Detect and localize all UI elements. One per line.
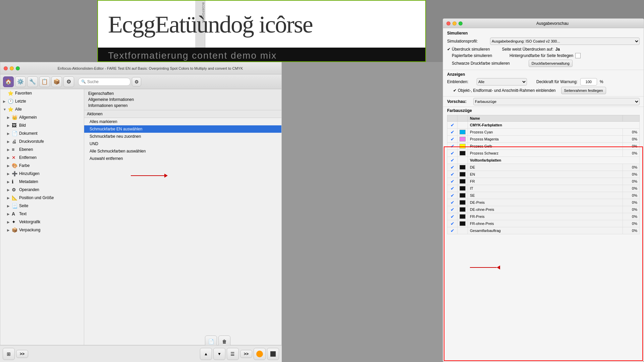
color-row-fr_preis[interactable]: ✔FR-Preis0% — [447, 213, 640, 220]
schwarze-label: Schwarze Druckfarbe simulieren — [452, 61, 510, 66]
color-check-se[interactable]: ✔ — [447, 192, 458, 199]
deckkraft-input[interactable] — [580, 78, 597, 85]
color-check-prozess_magenta[interactable]: ✔ — [447, 136, 458, 143]
schwarze-check[interactable]: ✔ Schwarze Druckfarbe simulieren — [447, 61, 510, 66]
color-check-de_ohne_preis[interactable]: ✔ — [447, 206, 458, 213]
simulieren-label: Simulieren — [447, 31, 481, 36]
sidebar-item-verpackung[interactable]: ▶ 📦 Verpackung — [0, 226, 84, 234]
arrow-to-action — [131, 174, 168, 178]
sidebar-item-ebenen[interactable]: ▶ ≡ Ebenen — [0, 145, 84, 154]
action-alles-markieren[interactable]: Alles markieren — [84, 118, 281, 125]
sidebar-item-druckvorstufe[interactable]: ▶ 🖨 Druckvorstufe — [0, 137, 84, 145]
sidebar-item-position[interactable]: ▶ 📐 Position und Größe — [0, 194, 84, 202]
anzeigen-label: Anzeigen — [447, 72, 471, 77]
props-sperren[interactable]: Informationen sperren — [87, 103, 279, 109]
druckfarben-btn[interactable]: Druckfarbenverwaltung — [529, 60, 573, 67]
sidebar-item-letzte[interactable]: ▶ 🕐 Letzte — [0, 97, 84, 105]
color-row-cmyk[interactable]: ✔CMYK-Farbplatten — [447, 122, 640, 129]
bottom-copy-action-btn[interactable]: ⊞ — [3, 348, 15, 360]
search-input[interactable] — [87, 79, 127, 84]
vorschau-dropdown[interactable]: Farbauszüge — [473, 98, 640, 105]
col-name: Name — [468, 115, 623, 122]
bottom-list-btn[interactable]: ☰ — [227, 348, 239, 360]
color-row-en[interactable]: ✔EN0% — [447, 171, 640, 178]
tool-add-button[interactable]: 📦 — [51, 76, 62, 87]
props-allgemeine[interactable]: Allgemeine Informationen — [87, 97, 279, 103]
color-row-de_ohne_preis[interactable]: ✔DE-ohne-Preis0% — [447, 206, 640, 213]
color-check-en[interactable]: ✔ — [447, 171, 458, 178]
color-check-de_preis[interactable]: ✔ — [447, 199, 458, 206]
minimize-button[interactable] — [10, 66, 14, 70]
color-check-vollton[interactable]: ✔ — [447, 157, 458, 164]
color-row-prozess_magenta[interactable]: ✔Prozess Magenta0% — [447, 136, 640, 143]
color-row-se[interactable]: ✔SE0% — [447, 192, 640, 199]
bottom-circle-btn[interactable] — [254, 348, 266, 360]
color-check-prozess_gelb[interactable]: ✔ — [447, 143, 458, 150]
sidebar-item-seite[interactable]: ▶ 📃 Seite — [0, 202, 84, 210]
tool-filter-button[interactable]: 🔧 — [27, 76, 38, 87]
color-check-fr_ohne_preis[interactable]: ✔ — [447, 220, 458, 227]
bottom-up-btn[interactable]: ▲ — [200, 348, 212, 360]
color-row-prozess_cyan[interactable]: ✔Prozess Cyan0% — [447, 129, 640, 136]
sidebar-item-allgemein[interactable]: ▶ 👑 Allgemein — [0, 113, 84, 121]
papierfarbe-check[interactable]: ✔ Papierfarbe simulieren — [447, 53, 492, 58]
uberdruck-check[interactable]: ✔ Überdruck simulieren — [447, 47, 490, 52]
hintergrund-swatch[interactable] — [575, 53, 581, 58]
objekt-check[interactable]: ✔ Objekt-, Endformat- und Anschnitt-Rahm… — [453, 88, 556, 93]
farbauszuge-section: Farbauszüge Name ✔CMYK-Farbplatten✔Proze… — [443, 107, 644, 362]
deckkraft-unit: % — [600, 79, 603, 84]
color-check-prozess_schwarz[interactable]: ✔ — [447, 150, 458, 157]
tool-settings-button[interactable]: ⚙️ — [15, 76, 26, 87]
sidebar-item-vektorgrafik[interactable]: ▶ ✦ Vektorgrafik — [0, 218, 84, 226]
sidebar-item-farbe[interactable]: ▶ 🎨 Farbe — [0, 162, 84, 170]
tool-view-button[interactable]: 📋 — [39, 76, 50, 87]
sidebar-label-ebenen: Ebenen — [19, 147, 33, 152]
color-row-prozess_gelb[interactable]: ✔Prozess Gelb0% — [447, 143, 640, 150]
color-row-de_preis[interactable]: ✔DE-Preis0% — [447, 199, 640, 206]
preview-close-btn[interactable] — [446, 21, 450, 25]
color-row-vollton[interactable]: ✔Volltonfarbplatten — [447, 157, 640, 164]
preview-min-btn[interactable] — [452, 21, 457, 25]
color-check-fr_preis[interactable]: ✔ — [447, 213, 458, 220]
action-alle-schmuck[interactable]: Alle Schmuckfarben auswählen — [84, 147, 281, 155]
gear-menu-button[interactable]: ⚙ — [132, 77, 141, 86]
action-schmuck-en[interactable]: Schmuckfarbe EN auswählen — [84, 125, 281, 133]
color-row-fr[interactable]: ✔FR0% — [447, 178, 640, 185]
color-check-cmyk[interactable]: ✔ — [447, 122, 458, 129]
einblenden-dropdown[interactable]: Alle — [477, 78, 527, 85]
action-und[interactable]: UND — [84, 140, 281, 147]
sidebar-item-hinzufugen[interactable]: ▶ ➕ Hinzufügen — [0, 170, 84, 178]
maximize-button[interactable] — [16, 66, 20, 70]
sidebar-item-alle[interactable]: ▼ ⭐ Alle — [0, 105, 84, 113]
props-eigenschaften[interactable]: Eigenschaften — [87, 90, 279, 97]
sidebar-item-bild[interactable]: ▶ 🖼 Bild — [0, 121, 84, 129]
color-row-de[interactable]: ✔DE0% — [447, 164, 640, 171]
sidebar-item-entfernen[interactable]: ▶ ✕ Entfernen — [0, 154, 84, 162]
tool-home-button[interactable]: 🏠 — [3, 76, 14, 87]
color-check-prozess_cyan[interactable]: ✔ — [447, 129, 458, 136]
preview-max-btn[interactable] — [459, 21, 463, 25]
action-auswahl-entfernen[interactable]: Auswahl entfernen — [84, 155, 281, 162]
close-button[interactable] — [4, 66, 8, 70]
color-row-it[interactable]: ✔IT0% — [447, 185, 640, 192]
sidebar-item-operanden[interactable]: ▶ ⚙ Operanden — [0, 186, 84, 194]
action-schmuck-neu[interactable]: Schmuckfarbe neu zuordnen — [84, 133, 281, 140]
seitenrahmen-btn[interactable]: Seitenrahmen festlegen — [561, 87, 606, 94]
color-row-gesamt[interactable]: ✔Gesamtfarbauftrag0% — [447, 227, 640, 234]
color-check-gesamt[interactable]: ✔ — [447, 227, 458, 234]
color-check-fr[interactable]: ✔ — [447, 178, 458, 185]
bottom-gt-btn-2[interactable]: >> — [240, 350, 252, 358]
color-row-prozess_schwarz[interactable]: ✔Prozess Schwarz0% — [447, 150, 640, 157]
simulationsprofil-dropdown[interactable]: Ausgabebedingung: ISO Coated v2 300... — [490, 38, 640, 45]
bottom-down-btn[interactable]: ▼ — [213, 348, 225, 360]
color-check-it[interactable]: ✔ — [447, 185, 458, 192]
bottom-gt-btn-1[interactable]: >> — [16, 350, 28, 358]
sidebar-item-favoriten[interactable]: ⭐ Favoriten — [0, 89, 84, 97]
tool-options-button[interactable]: ⚙ — [63, 76, 74, 87]
sidebar-item-text[interactable]: ▶ A Text — [0, 210, 84, 218]
bottom-square-btn[interactable] — [267, 348, 279, 360]
sidebar-item-metadaten[interactable]: ▶ ℹ Metadaten — [0, 178, 84, 186]
sidebar-item-dokument[interactable]: ▶ 📄 Dokument — [0, 129, 84, 137]
color-check-de[interactable]: ✔ — [447, 164, 458, 171]
color-row-fr_ohne_preis[interactable]: ✔FR-ohne-Preis0% — [447, 220, 640, 227]
